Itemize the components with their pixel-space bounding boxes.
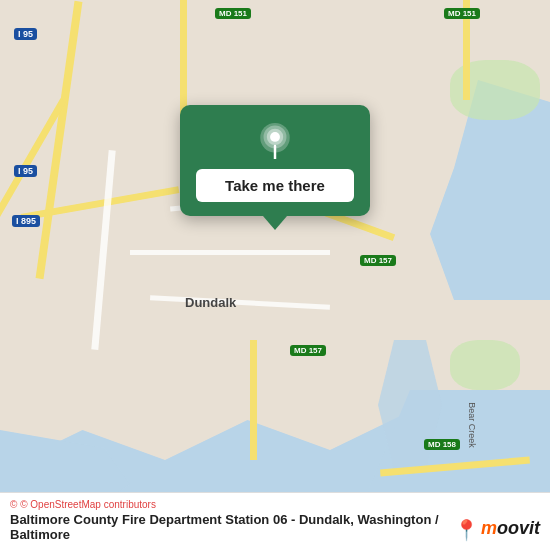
take-me-there-button[interactable]: Take me there: [196, 169, 354, 202]
moovit-m-letter: m: [481, 518, 497, 538]
bottom-bar: © © OpenStreetMap contributors Baltimore…: [0, 492, 550, 550]
shield-i95-top: I 95: [14, 28, 37, 40]
shield-md158: MD 158: [424, 439, 460, 450]
moovit-logo-text: moovit: [481, 518, 540, 538]
dundalk-label: Dundalk: [185, 295, 236, 310]
shield-md151-top: MD 151: [215, 8, 251, 19]
location-pin-icon: [257, 123, 293, 159]
popup-card: Take me there: [180, 105, 370, 216]
osm-credit-text: © OpenStreetMap contributors: [20, 499, 156, 510]
shield-i895: I 895: [12, 215, 40, 227]
moovit-logo: 📍moovit: [454, 518, 540, 542]
shield-md157-right: MD 157: [360, 255, 396, 266]
bear-creek-label: Bear Creek: [467, 402, 477, 448]
shield-md151-right: MD 151: [444, 8, 480, 19]
shield-md157-bottom: MD 157: [290, 345, 326, 356]
moovit-pin-icon: 📍: [454, 518, 479, 542]
osm-credit: © © OpenStreetMap contributors: [10, 499, 540, 510]
copyright-symbol: ©: [10, 499, 17, 510]
svg-point-3: [270, 132, 280, 142]
shield-i95-mid: I 95: [14, 165, 37, 177]
road-md151-top: [180, 0, 187, 120]
road-local-2: [130, 250, 330, 255]
road-md157-bottom: [250, 340, 257, 460]
park-area-2: [450, 340, 520, 390]
map-container: I 95 I 95 I 895 MD 151 MD 151 MD 157 MD …: [0, 0, 550, 550]
